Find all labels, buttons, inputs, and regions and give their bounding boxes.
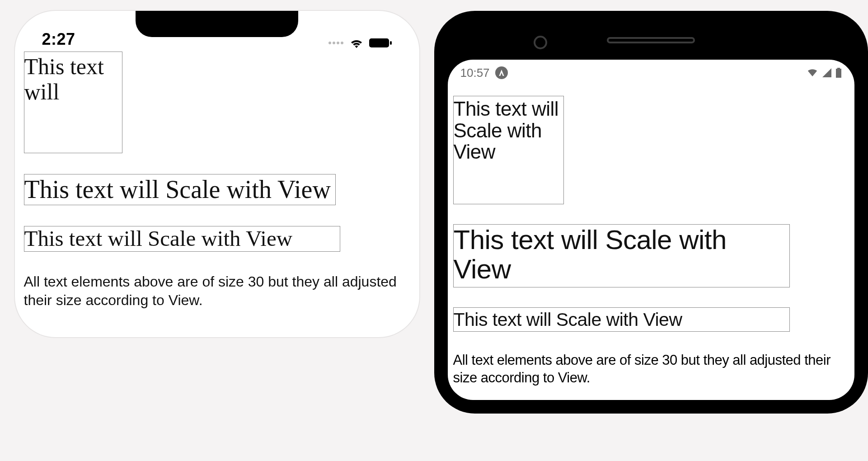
ios-clock: 2:27 (42, 30, 75, 49)
android-device-body: 10:57 (434, 11, 868, 414)
svg-rect-3 (837, 68, 840, 69)
ios-device-body: 2:27 This te (15, 11, 419, 337)
cellular-dots-icon (328, 42, 343, 44)
scaled-text-1: This text will (24, 54, 104, 104)
ios-screen-content: This text will This text will Scale with… (19, 52, 415, 310)
ios-status-right (328, 37, 392, 49)
android-clock: 10:57 (460, 66, 490, 80)
scaled-text-2: This text will Scale with View (24, 175, 331, 203)
caption-text: All text elements above are of size 30 b… (24, 273, 410, 310)
wifi-icon (349, 37, 364, 49)
app-notification-icon (495, 66, 508, 79)
scaled-text-box-large: This text will Scale with View (24, 226, 340, 252)
scaled-text-box-small: This text will Scale with View (453, 96, 564, 204)
svg-rect-2 (836, 69, 841, 78)
svg-rect-0 (369, 38, 389, 47)
scaled-text-3: This text will Scale with View (454, 309, 682, 330)
android-status-right (807, 68, 842, 78)
scaled-text-box-small: This text will (24, 52, 122, 153)
android-screen: 10:57 (448, 60, 854, 400)
wifi-icon (807, 68, 818, 77)
scaled-text-box-medium: This text will Scale with View (24, 174, 336, 205)
android-speaker-icon (607, 37, 695, 43)
scaled-text-box-large: This text will Scale with View (453, 307, 790, 332)
android-screen-content: This text will Scale with View This text… (453, 82, 849, 386)
battery-icon (835, 68, 842, 78)
svg-rect-1 (390, 41, 392, 45)
android-status-bar: 10:57 (453, 63, 849, 82)
android-front-camera-icon (534, 36, 547, 49)
android-device-frame: 10:57 (434, 0, 868, 461)
ios-notch (136, 11, 298, 37)
ios-device-frame: 2:27 This te (0, 0, 434, 461)
scaled-text-3: This text will Scale with View (24, 226, 293, 251)
android-hardware-row (448, 24, 854, 56)
caption-text: All text elements above are of size 30 b… (453, 352, 849, 387)
scaled-text-box-medium: This text will Scale with View (453, 224, 790, 287)
battery-icon (369, 38, 392, 48)
cellular-signal-icon (822, 68, 832, 77)
scaled-text-2: This text will Scale with View (454, 225, 727, 284)
android-status-left: 10:57 (460, 66, 508, 80)
scaled-text-1: This text will Scale with View (454, 98, 559, 163)
